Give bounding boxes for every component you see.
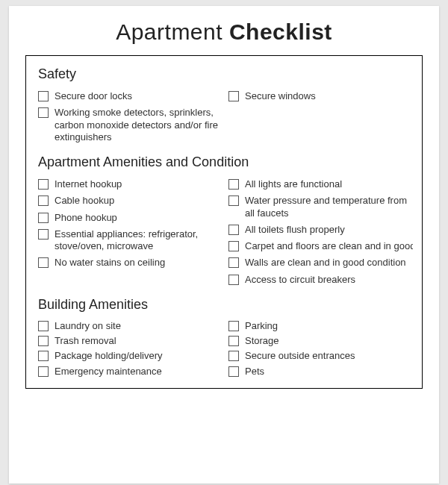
checkbox-icon[interactable]: [228, 91, 239, 101]
page-title: Apartment Checklist: [9, 19, 439, 45]
checkbox-icon[interactable]: [38, 213, 49, 223]
checklist-item: Working smoke detectors, sprinklers, car…: [38, 104, 223, 146]
item-label: Water pressure and temperature from all …: [245, 195, 413, 219]
item-label: All lights are functional: [245, 178, 413, 190]
checkbox-icon[interactable]: [228, 179, 239, 190]
checkbox-icon[interactable]: [38, 107, 49, 118]
section-heading-safety: Safety: [38, 66, 413, 82]
section-heading-amenities: Apartment Amenities and Condition: [38, 154, 413, 170]
checklist-item: Walls are clean and in good condition: [228, 254, 413, 271]
checkbox-icon[interactable]: [228, 366, 239, 377]
section-safety: Safety Secure door locks Working smoke d…: [38, 66, 413, 146]
checkbox-icon[interactable]: [38, 91, 49, 101]
item-label: Secure windows: [245, 90, 413, 102]
item-label: Pets: [245, 366, 413, 378]
item-label: Secure door locks: [55, 90, 223, 102]
checklist-item: Pets: [228, 364, 413, 379]
checklist-item: Trash removal: [38, 334, 223, 348]
checklist-item: Emergency maintenance: [38, 364, 223, 379]
document-page: Apartment Checklist Safety Secure door l…: [9, 6, 439, 484]
checklist-item: Secure door locks: [38, 88, 223, 104]
item-label: Parking: [245, 320, 413, 332]
item-label: Walls are clean and in good condition: [245, 257, 413, 269]
checklist-item: Carpet and floors are clean and in good …: [228, 238, 413, 254]
checklist-frame: Safety Secure door locks Working smoke d…: [25, 55, 423, 389]
checklist-item: Parking: [228, 319, 413, 334]
checkbox-icon[interactable]: [38, 336, 49, 346]
item-label: All toilets flush properly: [245, 224, 413, 236]
item-label: Working smoke detectors, sprinklers, car…: [55, 107, 223, 143]
item-label: Internet hookup: [55, 178, 223, 190]
section-amenities: Apartment Amenities and Condition Intern…: [38, 154, 413, 288]
item-label: Secure outside entrances: [245, 350, 413, 362]
checklist-item: Essential appliances: refrigerator, stov…: [38, 226, 223, 255]
checklist-item: Access to circuit breakers: [228, 272, 413, 288]
checkbox-icon[interactable]: [38, 351, 49, 361]
checklist-item: Secure outside entrances: [228, 348, 413, 363]
section-heading-building: Building Amenities: [38, 297, 413, 313]
checkbox-icon[interactable]: [228, 225, 239, 235]
item-label: Trash removal: [55, 335, 223, 347]
checkbox-icon[interactable]: [38, 321, 49, 331]
safety-col-right: Secure windows: [228, 88, 413, 146]
checkbox-icon[interactable]: [228, 241, 239, 251]
title-part-2: Checklist: [229, 19, 332, 44]
building-col-left: Laundry on site Trash removal Package ho…: [38, 319, 223, 379]
checklist-item: All lights are functional: [228, 176, 413, 193]
checkbox-icon[interactable]: [228, 275, 239, 285]
checklist-item: Secure windows: [228, 88, 413, 104]
checkbox-icon[interactable]: [228, 321, 239, 331]
checkbox-icon[interactable]: [38, 366, 49, 377]
checklist-item: No water stains on ceiling: [38, 254, 223, 271]
safety-col-left: Secure door locks Working smoke detector…: [38, 88, 223, 146]
checkbox-icon[interactable]: [228, 336, 239, 346]
amenities-col-left: Internet hookup Cable hookup Phone hooku…: [38, 176, 223, 288]
checkbox-icon[interactable]: [228, 195, 239, 206]
checkbox-icon[interactable]: [228, 257, 239, 268]
item-label: Storage: [245, 335, 413, 347]
item-label: Package holding/delivery: [55, 350, 223, 362]
item-label: Access to circuit breakers: [245, 274, 413, 286]
checklist-item: Storage: [228, 334, 413, 348]
checkbox-icon[interactable]: [38, 179, 49, 190]
checklist-item: All toilets flush properly: [228, 222, 413, 238]
checkbox-icon[interactable]: [38, 229, 49, 240]
item-label: Essential appliances: refrigerator, stov…: [55, 228, 223, 253]
title-part-1: Apartment: [116, 19, 223, 44]
checklist-item: Laundry on site: [38, 319, 223, 334]
item-label: Carpet and floors are clean and in good …: [245, 240, 413, 252]
checklist-item: Water pressure and temperature from all …: [228, 193, 413, 222]
item-label: Phone hookup: [55, 212, 223, 224]
checkbox-icon[interactable]: [38, 195, 49, 206]
item-label: No water stains on ceiling: [55, 257, 223, 269]
section-building: Building Amenities Laundry on site Trash…: [38, 297, 413, 379]
amenities-col-right: All lights are functional Water pressure…: [228, 176, 413, 288]
item-label: Cable hookup: [55, 195, 223, 207]
checklist-item: Internet hookup: [38, 176, 223, 193]
checklist-item: Package holding/delivery: [38, 348, 223, 363]
item-label: Emergency maintenance: [55, 366, 223, 378]
building-col-right: Parking Storage Secure outside entrances…: [228, 319, 413, 379]
item-label: Laundry on site: [55, 320, 223, 332]
checklist-item: Cable hookup: [38, 193, 223, 209]
checkbox-icon[interactable]: [228, 351, 239, 361]
checklist-item: Phone hookup: [38, 210, 223, 226]
checkbox-icon[interactable]: [38, 257, 49, 268]
